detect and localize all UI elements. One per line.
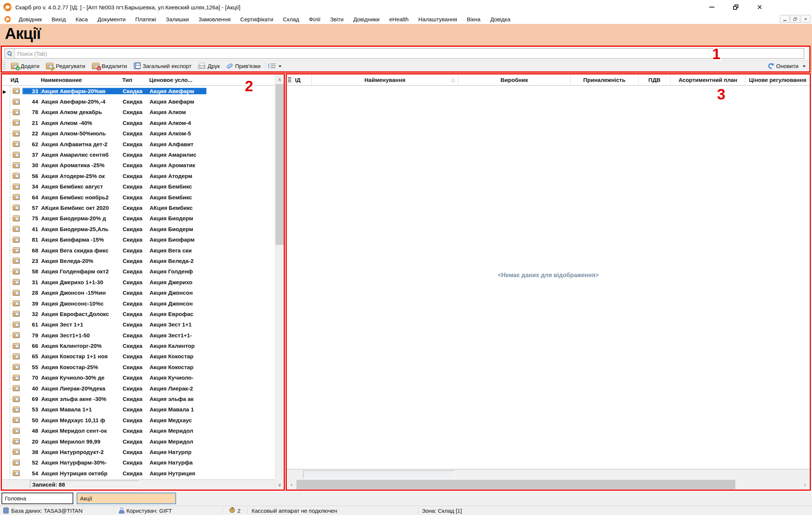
restore-button[interactable] bbox=[728, 1, 743, 13]
table-row[interactable]: 56 Акция Атодерм-25% ок Скидка Акция Ато… bbox=[2, 171, 275, 181]
table-row[interactable]: 38 Акция Натурпродукт-2 Скидка Акция Нат… bbox=[2, 447, 275, 457]
tab-home[interactable]: Головна bbox=[1, 493, 73, 504]
table-row[interactable]: 52 Акция Натурфарм-30%- Скидка Акция Нат… bbox=[2, 457, 275, 468]
table-row[interactable]: 54 Акция Нутриция октябр Скидка Акция Ну… bbox=[2, 468, 275, 478]
table-row[interactable]: 20 Акция Мерилол 99,99 Скидка Акция Мери… bbox=[2, 436, 275, 447]
table-row[interactable]: 23 Акция Веледа-20% Скидка Акция Веледа-… bbox=[2, 255, 275, 266]
table-row[interactable]: 39 Акция Джонсонс-10%с Скидка Акция Джон… bbox=[2, 298, 275, 309]
menu-item[interactable]: Замовлення bbox=[194, 16, 235, 22]
search-button[interactable] bbox=[5, 49, 15, 58]
menu-item[interactable]: Налаштування bbox=[413, 16, 462, 22]
table-row[interactable]: 44 Акция Авефарм-20%,-4 Скидка Акция Аве… bbox=[2, 96, 275, 107]
refresh-button[interactable]: Оновити bbox=[765, 61, 802, 71]
menu-item[interactable]: Філії bbox=[304, 16, 325, 22]
menu-item[interactable]: Довідка bbox=[485, 16, 515, 22]
menu-item[interactable]: Вихід bbox=[47, 16, 71, 22]
table-row[interactable]: 28 Акция Джонсон -15%ин Скидка Акция Джо… bbox=[2, 287, 275, 298]
table-row[interactable]: 66 Акция Калинторг-20% Скидка Акция Кали… bbox=[2, 340, 275, 351]
export-button[interactable]: Загальний експорт bbox=[130, 61, 195, 71]
refresh-chevron-down-icon[interactable] bbox=[803, 65, 806, 69]
column-header-id[interactable]: ІД bbox=[293, 74, 312, 85]
table-row[interactable]: 22 Акция Алком-50%июль Скидка Акция Алко… bbox=[2, 128, 275, 139]
table-row[interactable]: 64 Акция Бембикс ноябрь2 Скидка Акция Бе… bbox=[2, 192, 275, 202]
table-row[interactable]: 21 Акция Алком -40% Скидка Акция Алком-4 bbox=[2, 117, 275, 128]
table-row[interactable]: 61 Акция Зест 1+1 Скидка Акция Зест 1+1 bbox=[2, 319, 275, 330]
table-row[interactable]: 69 Акция эльфа акне -30% Скидка Акция эл… bbox=[2, 393, 275, 404]
table-row[interactable]: 75 Акция Биодерма-20% д Скидка Акция Био… bbox=[2, 213, 275, 224]
column-header-id[interactable]: ИД bbox=[7, 77, 41, 83]
table-row[interactable]: 33 Акция Авефарм-20%ав Скидка Акция Авеф… bbox=[2, 86, 275, 96]
menu-item[interactable]: Вікна bbox=[462, 16, 486, 22]
column-header-belonging[interactable]: Приналежність bbox=[570, 74, 639, 85]
promo-package-icon bbox=[13, 311, 22, 317]
menu-item[interactable]: Платежі bbox=[130, 16, 161, 22]
table-row[interactable]: 68 Акция Вега скидка фикс Скидка Акция В… bbox=[2, 245, 275, 255]
minimize-button[interactable] bbox=[704, 1, 719, 13]
search-field[interactable] bbox=[4, 48, 804, 59]
mdi-restore-button[interactable] bbox=[790, 15, 800, 23]
table-row[interactable]: 78 Акция Алком декабрь Скидка Акция Алко… bbox=[2, 107, 275, 117]
vertical-scrollbar[interactable]: ∧ ∨ bbox=[275, 74, 284, 490]
column-header-vat[interactable]: ПДВ bbox=[639, 74, 671, 85]
horizontal-scrollbar[interactable]: ‹ › bbox=[287, 479, 810, 490]
column-header-price-condition[interactable]: Ценовое усло... bbox=[149, 77, 206, 83]
scroll-right-icon[interactable]: › bbox=[800, 479, 810, 490]
table-row[interactable]: 57 АКция Бембикс окт 2020 Скидка АКция Б… bbox=[2, 202, 275, 213]
print-button[interactable]: Друк bbox=[195, 61, 223, 71]
column-header-name[interactable]: Найменування △ bbox=[312, 74, 458, 85]
search-input[interactable] bbox=[15, 49, 804, 58]
tree-connector bbox=[7, 202, 13, 213]
menu-item[interactable]: eHealth bbox=[384, 16, 413, 22]
cell-type: Скидка bbox=[123, 215, 150, 221]
menu-item[interactable]: Склад bbox=[278, 16, 304, 22]
menu-item[interactable]: Каса bbox=[71, 16, 93, 22]
table-row[interactable]: 34 Акция Бембикс август Скидка Акция Бем… bbox=[2, 181, 275, 192]
mdi-close-button[interactable]: × bbox=[801, 15, 811, 23]
menu-item[interactable]: Довідник bbox=[14, 16, 47, 22]
table-row[interactable]: 48 Акция Меридол сент-ок Скидка Акция Ме… bbox=[2, 426, 275, 436]
close-button[interactable]: × bbox=[752, 1, 767, 13]
menu-item[interactable]: Документи bbox=[93, 16, 130, 22]
table-row[interactable]: 79 Акция Зест1+1-50 Скидка Акция Зест1+1… bbox=[2, 330, 275, 340]
column-chooser-grip[interactable] bbox=[287, 74, 293, 85]
table-row[interactable]: 41 Акция Биодерма-25,Аль Скидка Акция Би… bbox=[2, 224, 275, 234]
table-row[interactable]: 65 Акция Кокостар 1+1 ноя Скидка Акция К… bbox=[2, 351, 275, 362]
mdi-minimize-button[interactable] bbox=[780, 15, 790, 23]
column-header-price-regulation[interactable]: Цінове регулювання bbox=[745, 74, 810, 85]
tab-akcii-active[interactable]: Акції bbox=[77, 493, 176, 504]
column-header-type[interactable]: Тип bbox=[122, 77, 149, 83]
column-header-manufacturer[interactable]: Виробник bbox=[458, 74, 570, 85]
table-row[interactable]: 37 Акция Амарилис сентяб Скидка Акция Ам… bbox=[2, 149, 275, 160]
table-row[interactable]: 50 Акция Медхаус 10,11 ф Скидка Акция Ме… bbox=[2, 415, 275, 425]
table-row[interactable]: 58 Акция Голденфарм окт2 Скидка Акция Го… bbox=[2, 266, 275, 277]
menu-item[interactable]: Залишки bbox=[161, 16, 194, 22]
column-header-assortment-plan[interactable]: Асортиментний план bbox=[671, 74, 745, 85]
edit-label: Редагувати bbox=[56, 63, 85, 69]
menu-item[interactable]: Довідники bbox=[348, 16, 384, 22]
scrollbar-thumb[interactable] bbox=[276, 84, 284, 245]
scroll-up-icon[interactable]: ∧ bbox=[275, 74, 284, 84]
table-row[interactable]: 30 Акция Ароматика -25% Скидка Акция Аро… bbox=[2, 160, 275, 171]
scroll-left-icon[interactable]: ‹ bbox=[287, 479, 296, 490]
add-button[interactable]: + Додати bbox=[7, 61, 43, 71]
menu-item[interactable]: Звіти bbox=[325, 16, 348, 22]
table-row[interactable]: 53 Акция Мавала 1+1 Скидка Акция Мавала … bbox=[2, 404, 275, 415]
delete-button[interactable]: − Видалити bbox=[89, 61, 130, 71]
column-chooser-grip[interactable] bbox=[2, 77, 7, 83]
table-row[interactable]: 70 Акция Кучиоло-30% де Скидка Акция Куч… bbox=[2, 373, 275, 383]
links-button[interactable]: Прив'язки bbox=[223, 61, 264, 71]
scroll-down-icon[interactable]: ∨ bbox=[275, 480, 284, 490]
table-row[interactable]: 32 Акция Еврофаст,Долокс Скидка Акция Ев… bbox=[2, 309, 275, 319]
table-row[interactable]: 31 Акция Джерихо 1+1-30 Скидка Акция Дже… bbox=[2, 277, 275, 287]
table-row[interactable]: 81 Акция Биофарма -15% Скидка Акция Биоф… bbox=[2, 234, 275, 245]
table-row[interactable]: 40 Акция Лиерак-20%дека Скидка Акция Лие… bbox=[2, 383, 275, 393]
column-header-name[interactable]: Наименование bbox=[41, 77, 122, 83]
cell-name: Акция Бембикс ноябрь2 bbox=[41, 194, 123, 200]
table-row[interactable]: 62 Акция Алфавитна дет-2 Скидка Акция Ал… bbox=[2, 139, 275, 149]
table-row[interactable]: 55 Акция Кокостар-25% Скидка Акция Кокос… bbox=[2, 362, 275, 372]
status-separator bbox=[247, 507, 247, 514]
scrollbar-thumb[interactable] bbox=[296, 480, 735, 489]
edit-button[interactable]: Редагувати bbox=[43, 61, 89, 71]
list-options-button[interactable] bbox=[267, 61, 286, 71]
menu-item[interactable]: Сертифікати bbox=[236, 16, 278, 22]
